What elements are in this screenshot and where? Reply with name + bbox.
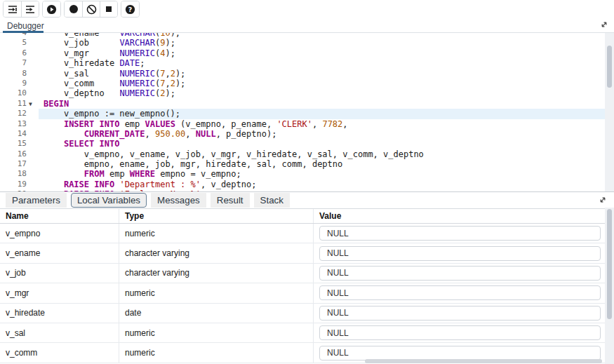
line-number[interactable]: 19 [0,180,39,189]
panel-tab-bar: ParametersLocal VariablesMessagesResultS… [0,192,614,208]
column-header-value: Value [314,209,605,223]
line-number[interactable]: 17 [0,159,39,169]
stop-button[interactable] [100,1,117,17]
variable-name-cell: v_empno [0,224,119,243]
line-number[interactable]: 16 [0,149,39,159]
current-execution-line: v_empno := new_empno(); [39,109,605,119]
code-editor[interactable]: 4 v_ename VARCHAR(10);5 v_job VARCHAR(9)… [0,33,614,191]
code-line: 4 v_ename VARCHAR(10); [0,33,605,38]
variable-value-input[interactable] [319,306,601,321]
variable-row: v_jobcharacter varying [0,264,605,283]
table-horizontal-scrollbar-thumb[interactable] [365,359,602,363]
svg-text:?: ? [128,6,133,13]
table-header-row: Name Type Value [0,209,605,224]
panel-expand-button[interactable] [597,194,608,208]
column-header-type: Type [119,209,314,223]
line-number[interactable]: 4 [0,33,39,38]
panel-tab-stack[interactable]: Stack [254,193,290,208]
variable-row: v_mgrnumeric [0,283,605,303]
variable-value-input[interactable] [319,266,601,281]
variable-type-cell: numeric [119,224,314,243]
variable-value-input[interactable] [319,325,601,340]
step-over-icon [25,5,35,14]
local-variables-table: Name Type Value v_empnonumericv_enamecha… [0,208,605,364]
panel-tab-result[interactable]: Result [211,193,250,208]
step-into-icon [8,5,18,14]
table-scrollbar-thumb[interactable] [607,209,612,319]
help-button[interactable]: ? [121,1,139,17]
variable-type-cell: character varying [119,264,314,283]
code-text: v_sal NUMERIC(7,2); [39,69,605,79]
code-text: BEGIN [39,99,605,109]
line-number[interactable]: 15 [0,139,39,149]
editor-scrollbar[interactable] [605,33,614,191]
code-text: v_comm NUMERIC(7,2); [39,79,605,88]
line-number[interactable]: 9 [0,79,39,88]
code-line: 5 v_job VARCHAR(9); [0,38,605,48]
code-text: INSERT INTO emp VALUES (v_empno, p_ename… [39,119,605,129]
help-icon: ? [125,4,135,15]
table-scrollbar[interactable] [605,208,614,364]
variable-name-cell: v_hiredate [0,304,119,323]
variable-row: v_enamecharacter varying [0,243,605,263]
debugger-toolbar: ? [0,0,614,18]
panel-tab-local-variables[interactable]: Local Variables [71,193,147,208]
debugger-tab-bar: Debugger [0,18,614,33]
variable-value-input[interactable] [319,226,601,241]
line-number[interactable]: 14 [0,129,39,139]
variable-type-cell: numeric [119,283,314,302]
code-text: v_hiredate DATE; [39,58,605,68]
column-header-name: Name [0,209,119,223]
clear-all-breakpoints-button[interactable] [82,1,100,17]
variable-row: v_hiredatedate [0,304,605,323]
code-line: 14 CURRENT_DATE, 950.00, NULL, p_deptno)… [0,129,605,139]
line-number[interactable]: 8 [0,69,39,79]
toolbar-button-group [64,1,118,18]
fold-arrow-icon[interactable]: ▼ [29,100,32,109]
variable-name-cell: v_comm [0,343,119,362]
line-number[interactable]: 10 [0,88,39,98]
variable-value-cell [314,323,605,342]
code-line: 9 v_comm NUMERIC(7,2); [0,79,605,88]
variable-name-cell: v_job [0,264,119,283]
code-line: 12 v_empno := new_empno(); [0,109,605,119]
line-number[interactable]: 12 [0,109,39,119]
variable-name-cell: v_ename [0,243,119,262]
step-over-button[interactable] [21,1,39,17]
variable-name-cell: v_mgr [0,283,119,302]
line-number[interactable]: 5 [0,38,39,48]
variable-type-cell: date [119,304,314,323]
editor-expand-button[interactable] [600,20,608,31]
panel-tab-parameters[interactable]: Parameters [6,193,67,208]
line-number[interactable]: 6 [0,48,39,58]
line-number[interactable]: 7 [0,58,39,68]
code-text: RAISE INFO 'Department : %', v_deptno; [39,180,605,189]
code-line: 11▼BEGIN [0,99,605,109]
toggle-breakpoint-button[interactable] [65,1,82,17]
toolbar-button-group [42,1,61,18]
code-line: 6 v_mgr NUMERIC(4); [0,48,605,58]
variable-value-cell [314,224,605,243]
line-number[interactable]: 11▼ [0,99,39,109]
debug-bottom-panel: ParametersLocal VariablesMessagesResultS… [0,191,614,364]
variable-type-cell: numeric [119,323,314,342]
continue-button[interactable] [43,1,60,17]
toolbar-button-group: ? [121,1,140,18]
variable-type-cell: character varying [119,243,314,262]
variable-value-cell [314,304,605,323]
variable-type-cell: numeric [119,343,314,362]
variable-value-input[interactable] [319,285,601,300]
panel-tab-messages[interactable]: Messages [151,193,206,208]
variable-value-input[interactable] [319,246,601,261]
expand-icon [600,20,608,31]
line-number[interactable]: 18 [0,169,39,179]
code-text: v_empno, v_ename, v_job, v_mgr, v_hireda… [39,149,605,159]
variable-value-cell [314,243,605,262]
step-into-button[interactable] [4,1,21,17]
variable-row: v_salnumeric [0,323,605,343]
editor-scrollbar-thumb[interactable] [607,46,612,88]
variable-value-input[interactable] [319,346,601,360]
line-number[interactable]: 13 [0,119,39,129]
code-line: 10 v_deptno NUMERIC(2); [0,88,605,98]
clear-breakpoints-icon [86,4,97,15]
